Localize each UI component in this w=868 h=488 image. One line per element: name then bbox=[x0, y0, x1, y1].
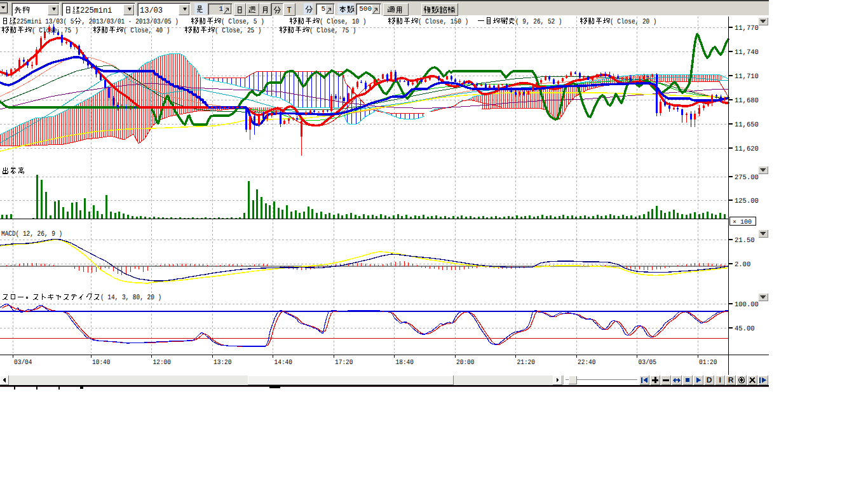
svg-text:2.00: 2.00 bbox=[735, 261, 750, 269]
svg-text:( Close, 40 ): ( Close, 40 ) bbox=[123, 27, 170, 35]
svg-text:R: R bbox=[728, 376, 734, 384]
svg-text:22:40: 22:40 bbox=[578, 359, 596, 367]
svg-text:T: T bbox=[287, 6, 291, 15]
svg-text:125.00: 125.00 bbox=[735, 198, 759, 205]
svg-text:21:20: 21:20 bbox=[517, 359, 536, 367]
svg-text:D: D bbox=[707, 376, 712, 384]
svg-text:, 2013/03/01 - 2013/03/05 ): , 2013/03/01 - 2013/03/05 ) bbox=[81, 18, 179, 26]
svg-text:12:00: 12:00 bbox=[153, 359, 172, 367]
svg-text:20:00: 20:00 bbox=[456, 359, 475, 367]
svg-text:( Close, 20 ): ( Close, 20 ) bbox=[610, 18, 657, 26]
svg-text:( Close, 10 ): ( Close, 10 ) bbox=[320, 18, 367, 26]
svg-text:11,770: 11,770 bbox=[735, 25, 759, 32]
svg-text:( Close, 150 ): ( Close, 150 ) bbox=[418, 18, 468, 26]
svg-text:14:40: 14:40 bbox=[275, 359, 293, 367]
svg-text:( 14, 3, 80, 20 ): ( 14, 3, 80, 20 ) bbox=[100, 294, 161, 302]
svg-text:01:20: 01:20 bbox=[699, 359, 717, 367]
svg-text:I: I bbox=[719, 376, 721, 384]
svg-text:( Close, 25 ): ( Close, 25 ) bbox=[215, 27, 262, 35]
svg-text:03/04: 03/04 bbox=[14, 359, 32, 367]
svg-text:100.00: 100.00 bbox=[735, 301, 759, 309]
svg-text:× 100: × 100 bbox=[733, 219, 752, 226]
svg-text:21.50: 21.50 bbox=[735, 237, 755, 245]
svg-text:11,710: 11,710 bbox=[735, 73, 759, 81]
svg-text:MACD( 12, 26, 9 ): MACD( 12, 26, 9 ) bbox=[1, 230, 62, 238]
svg-text:11,650: 11,650 bbox=[735, 121, 759, 129]
svg-text:45.00: 45.00 bbox=[735, 325, 755, 333]
svg-text:13/03: 13/03 bbox=[140, 6, 163, 15]
svg-text:11,680: 11,680 bbox=[735, 97, 759, 105]
svg-text:18:40: 18:40 bbox=[396, 359, 414, 367]
svg-text:03/05: 03/05 bbox=[639, 359, 657, 367]
svg-text:11,740: 11,740 bbox=[735, 49, 759, 57]
svg-text:( Close, 75 ): ( Close, 75 ) bbox=[309, 27, 356, 35]
svg-text:225mini 13/03( 5: 225mini 13/03( 5 bbox=[17, 18, 74, 26]
svg-text:( Close, 5 ): ( Close, 5 ) bbox=[221, 18, 264, 26]
svg-text:11,620: 11,620 bbox=[735, 146, 759, 153]
svg-text:10:40: 10:40 bbox=[92, 359, 111, 367]
svg-text:( Close, 75 ): ( Close, 75 ) bbox=[32, 27, 79, 35]
svg-text:225mini: 225mini bbox=[80, 6, 112, 15]
svg-text:17:20: 17:20 bbox=[335, 359, 353, 367]
svg-text:( 9, 26, 52 ): ( 9, 26, 52 ) bbox=[515, 18, 562, 26]
svg-text:13:20: 13:20 bbox=[214, 359, 232, 367]
svg-text:275.00: 275.00 bbox=[735, 174, 759, 182]
